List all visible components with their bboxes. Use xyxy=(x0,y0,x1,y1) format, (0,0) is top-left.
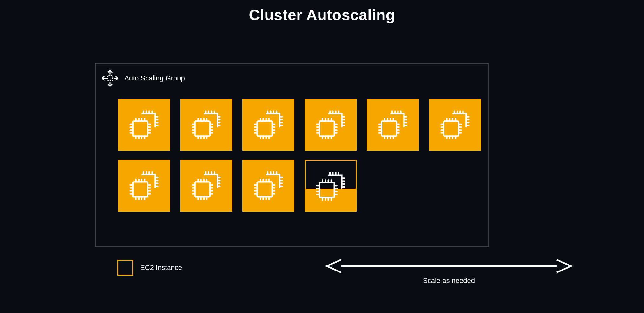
ec2-instance xyxy=(242,99,294,151)
asg-header: Auto Scaling Group xyxy=(100,68,185,88)
ec2-instance xyxy=(180,99,232,151)
svg-rect-38 xyxy=(195,121,210,136)
scale-caption: Scale as needed xyxy=(423,277,475,285)
ec2-instance xyxy=(118,160,170,212)
ec2-instance xyxy=(118,99,170,151)
svg-rect-138 xyxy=(444,121,459,136)
svg-rect-88 xyxy=(319,121,334,136)
svg-rect-163 xyxy=(133,182,148,197)
ec2-instance xyxy=(367,99,419,151)
svg-rect-0 xyxy=(108,76,113,81)
ec2-chip-icon xyxy=(125,106,163,144)
page-title: Cluster Autoscaling xyxy=(0,6,644,24)
ec2-chip-icon xyxy=(187,106,225,144)
instance-row-1 xyxy=(118,99,481,151)
instance-row-2 xyxy=(118,160,481,212)
legend-label-ec2: EC2 Instance xyxy=(140,264,182,272)
ec2-chip-icon xyxy=(250,106,287,144)
asg-label: Auto Scaling Group xyxy=(124,74,185,82)
ec2-chip-icon xyxy=(250,167,287,204)
auto-scaling-group-icon xyxy=(100,68,120,88)
legend: EC2 Instance xyxy=(117,260,182,276)
svg-rect-238 xyxy=(319,182,334,197)
svg-rect-188 xyxy=(195,182,210,197)
ec2-instance xyxy=(180,160,232,212)
svg-rect-13 xyxy=(133,121,148,136)
ec2-chip-icon xyxy=(187,167,225,204)
ec2-chip-icon xyxy=(436,106,474,144)
legend-swatch-ec2 xyxy=(117,260,133,276)
svg-rect-113 xyxy=(382,121,397,136)
scale-arrow-group: Scale as needed xyxy=(324,258,574,285)
instance-grid xyxy=(118,99,481,212)
svg-rect-63 xyxy=(257,121,272,136)
ec2-chip-icon xyxy=(125,167,163,204)
ec2-instance xyxy=(429,99,481,151)
auto-scaling-group-box: Auto Scaling Group xyxy=(95,63,489,247)
ec2-chip-icon xyxy=(312,106,349,144)
ec2-chip-icon xyxy=(374,106,411,144)
ec2-instance xyxy=(242,160,294,212)
ec2-instance xyxy=(305,160,357,212)
ec2-chip-icon xyxy=(312,168,349,205)
ec2-instance xyxy=(305,99,357,151)
svg-rect-213 xyxy=(257,182,272,197)
double-arrow-icon xyxy=(324,258,574,274)
